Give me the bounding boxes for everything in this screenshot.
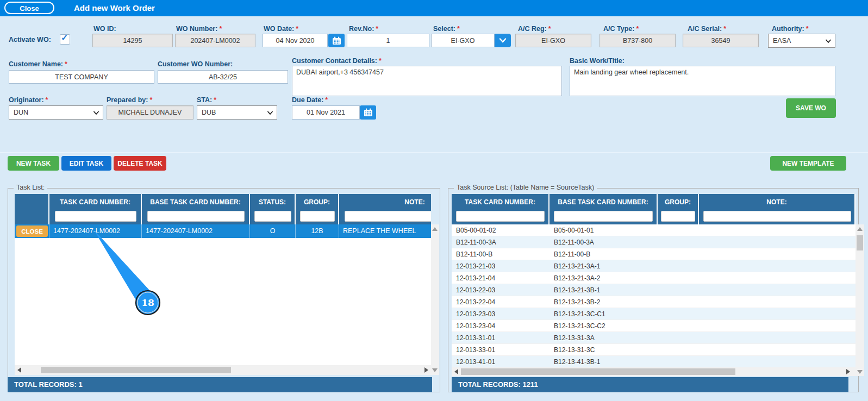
source-task-row[interactable]: 12-013-31-01B12-13-31-3A	[452, 332, 855, 344]
required-marker: *	[149, 96, 152, 104]
filter-input-note[interactable]	[345, 211, 431, 222]
due-date-field[interactable]	[292, 105, 360, 120]
activate-wo-checkbox[interactable]: ✓	[60, 34, 70, 45]
select-dropdown-button[interactable]	[495, 34, 511, 47]
prepared-by-field[interactable]	[107, 105, 193, 120]
required-marker: *	[219, 25, 222, 33]
source-task-cell-base: B12-13-21-3B-2	[549, 296, 658, 308]
required-marker: *	[46, 96, 48, 104]
task-row-action-cell: CLOSE	[15, 224, 49, 238]
scroll-up-arrow[interactable]	[432, 227, 438, 231]
source-task-row[interactable]: B05-00-01-02B05-00-01-01	[452, 224, 855, 236]
source-task-header: TASK CARD NUMBER: BASE TASK CARD NUMBER:…	[452, 194, 855, 224]
task-row[interactable]: CLOSE 1477-202407-LM0002 1477-202407-LM0…	[15, 224, 431, 238]
source-task-row[interactable]: 12-013-22-03B12-13-21-3B-1	[452, 284, 855, 296]
task-row-status-cell: O	[250, 224, 296, 238]
authority-select[interactable]: EASA	[768, 34, 835, 48]
new-template-button[interactable]: NEW TEMPLATE	[770, 156, 846, 171]
filter-input-group[interactable]	[661, 211, 695, 222]
customer-contact-field[interactable]: DUBAI airport,+3 456347457	[292, 66, 562, 96]
source-task-row[interactable]: 12-013-21-03B12-13-21-3A-1	[452, 260, 855, 272]
basic-work-title-field[interactable]: Main landing gear wheel replacement.	[570, 66, 835, 96]
source-task-row[interactable]: 12-013-33-01B12-13-31-3C	[452, 344, 855, 356]
filter-input-status[interactable]	[254, 211, 291, 222]
authority-value: EASA	[773, 37, 791, 45]
source-task-row[interactable]: 12-013-22-04B12-13-21-3B-2	[452, 296, 855, 308]
scroll-right-arrow[interactable]	[424, 367, 428, 373]
source-task-row[interactable]: B12-11-00-BB12-11-00-B	[452, 248, 855, 260]
close-button[interactable]: Close	[4, 2, 54, 14]
source-task-cell-base: B12-13-21-3C-C1	[549, 308, 658, 319]
task-list-table: TASK CARD NUMBER: BASE TASK CARD NUMBER:…	[15, 194, 431, 365]
new-task-button[interactable]: NEW TASK	[8, 156, 59, 171]
close-task-button[interactable]: CLOSE	[16, 225, 48, 237]
scroll-left-arrow[interactable]	[454, 369, 458, 374]
filter-input-task-card-number[interactable]	[456, 211, 545, 222]
chevron-down-icon	[267, 111, 273, 115]
source-task-row[interactable]: B12-11-00-3AB12-11-00-3A	[452, 236, 855, 248]
source-task-cell-card: B12-11-00-3A	[452, 236, 549, 248]
rev-no-field[interactable]	[347, 34, 429, 47]
source-task-cell-group	[658, 308, 699, 319]
task-row-card-cell: 1477-202407-LM0002	[49, 224, 142, 238]
filter-input-task-card-number[interactable]	[55, 211, 136, 222]
filter-input-base-task-card-number[interactable]	[554, 211, 653, 222]
scrollbar-corner[interactable]	[855, 367, 864, 376]
filter-input-note[interactable]	[703, 211, 851, 222]
scroll-right-arrow[interactable]	[846, 369, 850, 374]
scroll-down-arrow[interactable]	[857, 370, 863, 374]
scrollbar-thumb[interactable]	[41, 367, 231, 373]
sta-select[interactable]: DUB	[197, 105, 277, 120]
horizontal-scrollbar[interactable]	[15, 365, 431, 375]
page-title: Add new Work Order	[74, 0, 155, 16]
edit-task-button[interactable]: EDIT TASK	[61, 156, 111, 171]
source-task-cell-card: 12-013-23-03	[452, 308, 549, 319]
source-task-row[interactable]: 12-013-23-03B12-13-21-3C-C1	[452, 308, 855, 320]
source-task-rows: B05-00-01-02B05-00-01-01B12-11-00-3AB12-…	[452, 224, 855, 367]
originator-select[interactable]: DUN	[9, 105, 103, 120]
wo-id-field[interactable]	[92, 34, 173, 47]
task-list-legend: Task List:	[14, 184, 47, 191]
source-task-row[interactable]: 12-013-23-04B12-13-21-3C-C2	[452, 320, 855, 332]
vertical-scrollbar[interactable]	[855, 224, 864, 367]
source-task-cell-group	[658, 296, 699, 308]
wo-date-field[interactable]	[263, 34, 328, 47]
customer-name-field[interactable]	[9, 70, 154, 84]
save-wo-button[interactable]: SAVE WO	[786, 98, 836, 118]
ac-type-field[interactable]	[600, 34, 676, 47]
scroll-up-arrow[interactable]	[857, 227, 863, 231]
prepared-by-label: Prepared by:*	[107, 96, 152, 104]
ac-reg-field[interactable]	[515, 34, 591, 47]
source-task-cell-base: B12-13-21-3C-C2	[549, 320, 658, 331]
filter-input-base-task-card-number[interactable]	[147, 211, 245, 222]
vertical-scrollbar[interactable]	[431, 224, 439, 375]
select-aircraft-field[interactable]	[431, 34, 495, 47]
ac-serial-field[interactable]	[683, 34, 759, 47]
source-task-cell-note	[699, 260, 855, 272]
customer-wo-number-field[interactable]	[158, 70, 288, 84]
wo-date-calendar-button[interactable]	[328, 34, 345, 47]
source-task-cell-base: B12-13-41-3B-1	[549, 356, 658, 367]
source-task-row[interactable]: 12-013-41-01B12-13-41-3B-1	[452, 356, 855, 367]
scroll-down-arrow[interactable]	[432, 368, 438, 372]
scrollbar-thumb[interactable]	[857, 235, 863, 250]
source-task-total-records: TOTAL RECORDS: 1211	[452, 377, 848, 392]
source-task-cell-base: B12-13-31-3A	[549, 332, 658, 343]
filter-input-group[interactable]	[300, 211, 335, 222]
due-date-label: Due Date:*	[292, 96, 328, 104]
checkmark-icon: ✓	[61, 33, 68, 43]
required-marker: *	[548, 25, 551, 33]
source-task-cell-note	[699, 248, 855, 260]
scrollbar-thumb[interactable]	[461, 368, 735, 375]
horizontal-scrollbar[interactable]	[452, 367, 855, 376]
source-task-cell-card: 12-013-21-04	[452, 272, 549, 284]
source-task-row[interactable]: 12-013-21-04B12-13-21-3A-2	[452, 272, 855, 284]
source-task-cell-group	[658, 356, 699, 367]
scroll-left-arrow[interactable]	[17, 367, 21, 373]
source-task-cell-note	[699, 236, 855, 248]
required-marker: *	[376, 25, 378, 33]
delete-task-button[interactable]: DELETE TASK	[114, 156, 166, 171]
required-marker: *	[723, 25, 726, 33]
wo-number-field[interactable]	[175, 34, 255, 47]
due-date-calendar-button[interactable]	[360, 105, 376, 120]
